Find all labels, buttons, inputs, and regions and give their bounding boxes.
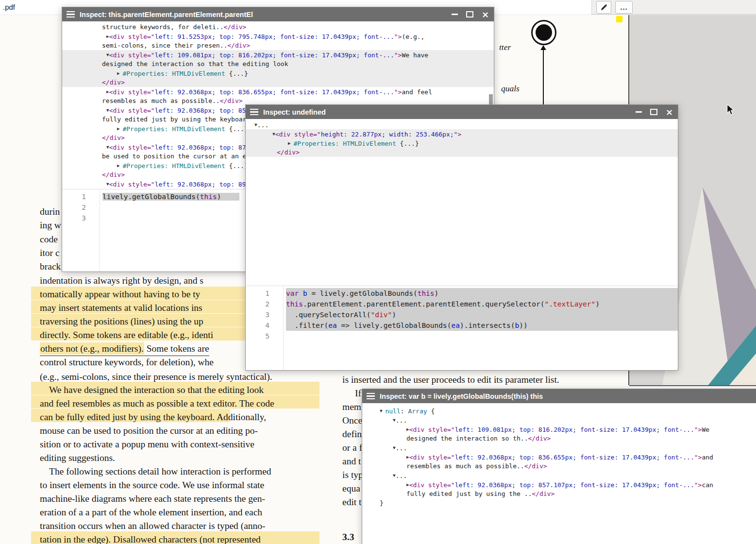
- edit-button[interactable]: [596, 1, 611, 14]
- close-button[interactable]: ×: [666, 108, 673, 117]
- tree-row[interactable]: ▶<div style="left: 91.5253px; top: 795.7…: [62, 32, 494, 41]
- document-title: .pdf: [3, 3, 15, 11]
- tree-row[interactable]: ▶<div style="left: 92.0368px; top: 836.6…: [362, 452, 756, 461]
- more-options-button[interactable]: ...: [615, 1, 633, 14]
- code-line[interactable]: .querySelectorAll("div"): [286, 309, 678, 320]
- tree-row[interactable]: ▶ #Properties: HTMLDivElement {...}: [246, 138, 678, 148]
- code-editor[interactable]: 12345 var b = lively.getGlobalBounds(thi…: [246, 286, 678, 370]
- line-number: 1: [62, 191, 86, 202]
- code-line[interactable]: var b = lively.getGlobalBounds(this): [286, 288, 678, 299]
- minimize-button[interactable]: [452, 14, 458, 15]
- tree-row[interactable]: ▼...: [246, 120, 678, 129]
- maximize-button[interactable]: [466, 11, 473, 17]
- maximize-button[interactable]: [650, 109, 657, 115]
- tree-row[interactable]: ▼...: [362, 471, 756, 480]
- close-button[interactable]: ×: [482, 10, 489, 19]
- tree-row[interactable]: ▶<div style="left: 92.0368px; top: 836.6…: [62, 87, 494, 96]
- menu-icon[interactable]: [367, 393, 375, 400]
- inspector-window-3: Inspect: var b = lively.getGlobalBounds(…: [362, 389, 756, 544]
- line-number: 4: [246, 320, 269, 331]
- tree-row[interactable]: fully edited just by using the ..</div>: [362, 489, 756, 498]
- tree-row[interactable]: </div>: [246, 148, 678, 157]
- tree-row[interactable]: ▼ null: Array {: [362, 406, 756, 415]
- code-line[interactable]: this.parentElement.parentElement.parentE…: [286, 299, 678, 309]
- line-number-gutter: 12345: [246, 286, 284, 370]
- tree-row[interactable]: ▼...: [362, 443, 756, 452]
- object-tree: ▼ null: Array {▼...▶<div style="left: 10…: [362, 403, 756, 544]
- ellipsis-icon: ...: [620, 2, 628, 12]
- tree-row[interactable]: ▶<div style="left: 92.0368px; top: 857.1…: [362, 480, 756, 489]
- tree-row[interactable]: designed the interaction so that the edi…: [62, 59, 494, 68]
- tree-row[interactable]: </div>: [62, 78, 494, 87]
- window-title: Inspect: undefined: [263, 108, 326, 116]
- tree-row[interactable]: }: [362, 498, 756, 508]
- tree-row[interactable]: ▼<div style="left: 109.081px; top: 816.2…: [62, 50, 494, 59]
- line-number-gutter: 123: [62, 189, 100, 272]
- line-number: 3: [246, 309, 269, 320]
- screen: durining wcodeitor cbrackindentation is …: [0, 0, 756, 544]
- window-titlebar[interactable]: Inspect: undefined ×: [246, 105, 678, 119]
- line-number: 3: [62, 213, 86, 223]
- tree-row[interactable]: ▶<div style="left: 109.081px; top: 816.2…: [362, 425, 756, 434]
- window-title: Inspect: var b = lively.getGlobalBounds(…: [380, 392, 543, 400]
- minimize-button[interactable]: [636, 111, 642, 113]
- line-number: 5: [246, 331, 269, 341]
- code-line[interactable]: .filter(ea => lively.getGlobalBounds(ea)…: [286, 320, 678, 331]
- menu-icon[interactable]: [67, 11, 75, 18]
- window-title: Inspect: this.parentElement.parentElemen…: [80, 11, 253, 18]
- tree-row[interactable]: structure keywords, for deleti..</div>: [62, 22, 494, 32]
- pencil-icon: [600, 3, 608, 11]
- tree-row[interactable]: ▼<div style="height: 22.877px; width: 25…: [246, 129, 678, 138]
- toolbar: ...: [591, 0, 756, 15]
- tree-row[interactable]: semi-colons, since their presen..</div>: [62, 41, 494, 50]
- tree-row[interactable]: resembles as much as possible..</div>: [362, 461, 756, 471]
- line-number: 1: [246, 288, 269, 299]
- inspector-window-2: Inspect: undefined × ▼...▼<div style="he…: [245, 104, 678, 371]
- menu-icon[interactable]: [250, 109, 258, 116]
- code-line[interactable]: [286, 331, 678, 341]
- line-number: 2: [246, 299, 269, 309]
- tree-row[interactable]: designed the interaction so th..</div>: [362, 434, 756, 443]
- tree-row[interactable]: ▶ #Properties: HTMLDivElement {...}: [62, 68, 494, 78]
- line-number: 2: [62, 202, 86, 213]
- window-titlebar[interactable]: Inspect: this.parentElement.parentElemen…: [62, 7, 494, 21]
- dom-tree: ▼...▼<div style="height: 22.877px; width…: [246, 119, 678, 286]
- tree-row[interactable]: ▼...: [362, 415, 756, 425]
- window-titlebar[interactable]: Inspect: var b = lively.getGlobalBounds(…: [362, 389, 756, 403]
- code-area[interactable]: var b = lively.getGlobalBounds(this)this…: [284, 286, 678, 370]
- yellow-marker: [616, 16, 622, 22]
